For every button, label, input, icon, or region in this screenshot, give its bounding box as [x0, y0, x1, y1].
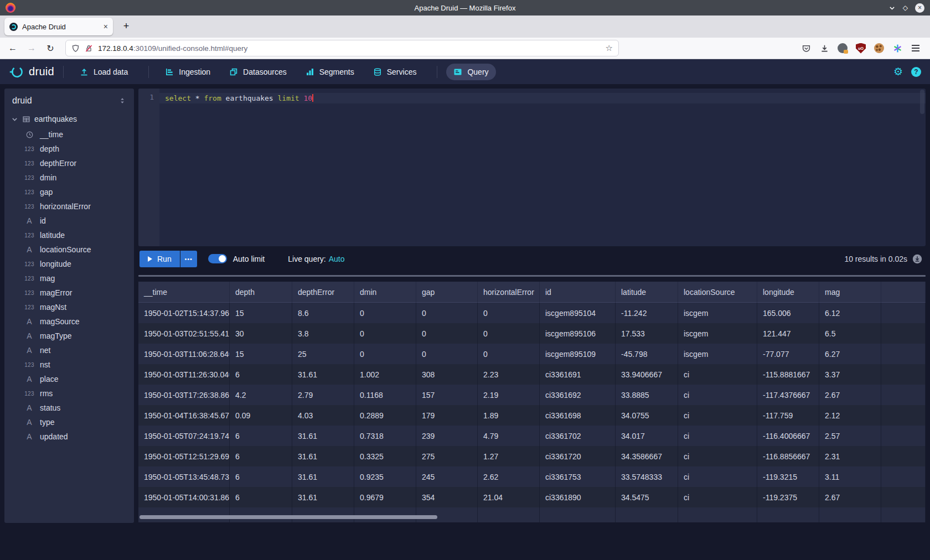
cell[interactable]: -119.2375: [757, 487, 819, 507]
cell[interactable]: -117.4376667: [757, 385, 819, 405]
cell[interactable]: 3.37: [819, 364, 881, 385]
cell[interactable]: 34.0755: [616, 405, 678, 426]
cell[interactable]: 2.62: [478, 466, 540, 487]
sql-editor[interactable]: 1 select * from earthquakes limit 10: [138, 89, 926, 246]
cell[interactable]: 275: [416, 446, 478, 466]
cell[interactable]: 121.447: [757, 323, 819, 344]
cell[interactable]: 2.79: [292, 385, 354, 405]
cell[interactable]: iscgem895109: [540, 344, 616, 364]
cell[interactable]: -116.8856667: [757, 446, 819, 466]
run-button[interactable]: Run: [140, 251, 180, 267]
cell[interactable]: 0.7318: [354, 426, 416, 446]
cell[interactable]: 1.002: [354, 364, 416, 385]
cell[interactable]: 6.12: [819, 303, 881, 323]
new-tab-button[interactable]: +: [118, 18, 134, 34]
schema-column-magSource[interactable]: AmagSource: [4, 314, 134, 329]
menu-hamburger-icon[interactable]: [909, 42, 922, 55]
cell[interactable]: 0: [416, 323, 478, 344]
schema-column-rms[interactable]: 123rms: [4, 386, 134, 401]
cell[interactable]: 1950-01-05T14:00:31.860Z: [138, 487, 230, 507]
schema-column-id[interactable]: Aid: [4, 214, 134, 228]
schema-column-depthError[interactable]: 123depthError: [4, 156, 134, 170]
cell[interactable]: 0: [416, 344, 478, 364]
cell[interactable]: ci: [678, 487, 757, 507]
cell[interactable]: 1950-01-05T07:24:19.740Z: [138, 426, 230, 446]
schema-column-depth[interactable]: 123depth: [4, 142, 134, 156]
cell[interactable]: 31.61: [292, 426, 354, 446]
live-query-value[interactable]: Auto: [329, 255, 345, 263]
cell[interactable]: 2.23: [478, 364, 540, 385]
cell[interactable]: 6: [230, 446, 292, 466]
cell[interactable]: 6.5: [819, 323, 881, 344]
cell[interactable]: 0: [478, 344, 540, 364]
cell[interactable]: -117.759: [757, 405, 819, 426]
schema-column-mag[interactable]: 123mag: [4, 271, 134, 286]
cell[interactable]: 34.3586667: [616, 446, 678, 466]
cell[interactable]: 17.533: [616, 323, 678, 344]
column-header-longitude[interactable]: longitude: [757, 282, 819, 303]
schema-column-horizontalError[interactable]: 123horizontalError: [4, 199, 134, 214]
column-header-horizontalError[interactable]: horizontalError: [478, 282, 540, 303]
cell[interactable]: iscgem: [678, 323, 757, 344]
cell[interactable]: 239: [416, 426, 478, 446]
cell[interactable]: 0.9679: [354, 487, 416, 507]
cell[interactable]: 34.017: [616, 426, 678, 446]
cell[interactable]: iscgem895104: [540, 303, 616, 323]
cell[interactable]: 0: [354, 323, 416, 344]
cell[interactable]: 0: [478, 323, 540, 344]
cell[interactable]: 245: [416, 466, 478, 487]
back-button[interactable]: ←: [6, 41, 20, 55]
cell[interactable]: ci3361691: [540, 364, 616, 385]
nav-item-services[interactable]: Services: [366, 64, 424, 80]
schema-column-status[interactable]: Astatus: [4, 401, 134, 415]
cell[interactable]: 30: [230, 323, 292, 344]
cell[interactable]: ci3361720: [540, 446, 616, 466]
pocket-icon[interactable]: [799, 42, 813, 55]
column-header-depth[interactable]: depth: [230, 282, 292, 303]
schema-column-gap[interactable]: 123gap: [4, 185, 134, 199]
cell[interactable]: 6: [230, 466, 292, 487]
cell[interactable]: 3.8: [292, 323, 354, 344]
cell[interactable]: 0.9235: [354, 466, 416, 487]
cell[interactable]: -45.798: [616, 344, 678, 364]
cell[interactable]: 31.61: [292, 446, 354, 466]
schema-column-place[interactable]: Aplace: [4, 372, 134, 386]
window-maximize-button[interactable]: ◇: [903, 4, 908, 12]
cell[interactable]: 0: [354, 303, 416, 323]
nav-item-segments[interactable]: Segments: [298, 64, 361, 80]
auto-limit-toggle[interactable]: [208, 254, 227, 263]
cell[interactable]: 165.006: [757, 303, 819, 323]
cell[interactable]: -77.077: [757, 344, 819, 364]
cell[interactable]: -119.3215: [757, 466, 819, 487]
window-close-button[interactable]: ×: [915, 3, 924, 13]
cell[interactable]: ci: [678, 385, 757, 405]
cell[interactable]: 6: [230, 487, 292, 507]
url-bar[interactable]: 172.18.0.4:30109/unified-console.html#qu…: [65, 40, 619, 56]
cell[interactable]: 1950-01-03T17:26:38.860Z: [138, 385, 230, 405]
cell[interactable]: ci3361692: [540, 385, 616, 405]
cell[interactable]: -116.4006667: [757, 426, 819, 446]
run-more-button[interactable]: •••: [180, 251, 197, 267]
cell[interactable]: 6.27: [819, 344, 881, 364]
cell[interactable]: 2.67: [819, 487, 881, 507]
cell[interactable]: 21.04: [478, 487, 540, 507]
editor-code[interactable]: select * from earthquakes limit 10: [159, 89, 926, 246]
cell[interactable]: 157: [416, 385, 478, 405]
cell[interactable]: 1950-01-03T11:26:30.040Z: [138, 364, 230, 385]
column-header-latitude[interactable]: latitude: [616, 282, 678, 303]
cell[interactable]: 4.79: [478, 426, 540, 446]
schema-column-__time[interactable]: __time: [4, 127, 134, 142]
cell[interactable]: 1.89: [478, 405, 540, 426]
panel-divider[interactable]: [138, 275, 926, 277]
extension-asterisk-icon[interactable]: [891, 42, 904, 55]
cell[interactable]: 25: [292, 344, 354, 364]
schema-table-earthquakes[interactable]: earthquakes: [4, 111, 134, 127]
cell[interactable]: 3.11: [819, 466, 881, 487]
schema-column-dmin[interactable]: 123dmin: [4, 170, 134, 185]
cell[interactable]: ci3361753: [540, 466, 616, 487]
cell[interactable]: 179: [416, 405, 478, 426]
schema-column-longitude[interactable]: 123longitude: [4, 257, 134, 271]
cell[interactable]: 15: [230, 344, 292, 364]
account-extension-icon[interactable]: [836, 42, 849, 55]
cell[interactable]: ci: [678, 466, 757, 487]
